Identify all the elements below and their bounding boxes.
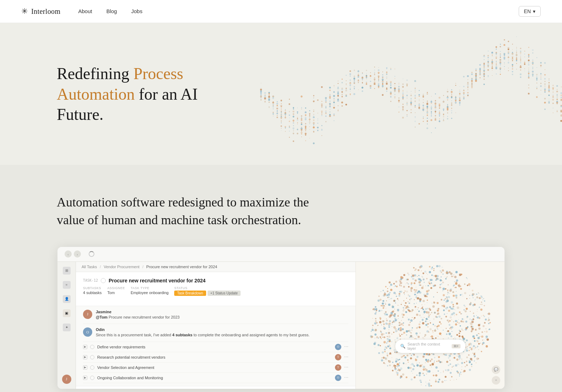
svg-point-1246: [384, 341, 386, 343]
logo-text: Interloom: [31, 7, 60, 16]
svg-point-1166: [384, 336, 385, 338]
nav-link-blog[interactable]: Blog: [106, 8, 117, 14]
svg-point-211: [321, 129, 323, 131]
svg-point-251: [334, 120, 334, 121]
svg-point-480: [407, 115, 407, 115]
svg-point-244: [334, 100, 335, 100]
subtask-action-2[interactable]: ⋯: [344, 354, 348, 360]
svg-point-2237: [486, 345, 487, 347]
svg-point-2227: [431, 335, 433, 337]
svg-point-2026: [413, 319, 414, 320]
svg-point-354: [370, 78, 371, 78]
svg-point-603: [443, 119, 444, 120]
svg-point-555: [431, 103, 432, 104]
svg-point-1904: [427, 299, 428, 301]
svg-point-642: [455, 103, 456, 104]
svg-point-224: [329, 87, 331, 88]
svg-point-449: [398, 106, 400, 107]
subtask-expand-4[interactable]: ▶: [83, 376, 87, 380]
svg-point-1667: [400, 291, 402, 293]
svg-point-547: [427, 118, 428, 119]
language-selector[interactable]: EN ▾: [519, 6, 541, 17]
svg-point-2198: [481, 302, 482, 303]
svg-point-1310: [466, 308, 468, 310]
subtask-action-3[interactable]: ⋯: [344, 365, 348, 370]
svg-point-2112: [433, 375, 435, 376]
subtask-check-4[interactable]: [90, 376, 94, 380]
svg-point-1469: [388, 332, 390, 334]
svg-point-232: [329, 103, 331, 105]
odin-content: Odin Since this is a procurement task, I…: [96, 327, 348, 338]
back-button[interactable]: ‹: [65, 250, 72, 258]
svg-point-1641: [450, 316, 452, 318]
svg-point-181: [313, 111, 314, 112]
nav-link-about[interactable]: About: [78, 8, 92, 14]
sidebar-user-avatar[interactable]: J: [62, 375, 71, 384]
svg-point-1928: [386, 300, 387, 301]
subtask-check-3[interactable]: [90, 365, 94, 370]
svg-point-847: [516, 63, 517, 64]
svg-point-1194: [393, 332, 394, 333]
svg-point-282: [346, 88, 347, 89]
svg-point-1587: [463, 296, 463, 296]
svg-point-381: [379, 82, 379, 82]
svg-point-248: [333, 107, 335, 109]
svg-point-539: [426, 105, 428, 106]
sidebar-icon-active[interactable]: ▣: [63, 309, 71, 317]
subtask-expand-3[interactable]: ▶: [83, 365, 87, 370]
svg-point-291: [349, 79, 351, 81]
svg-point-2050: [459, 274, 462, 276]
context-search[interactable]: 🔍 Search the context layer ⌘F: [395, 339, 466, 353]
svg-point-738: [484, 84, 485, 85]
svg-point-1437: [437, 310, 439, 312]
svg-point-1802: [470, 343, 472, 344]
svg-point-1584: [470, 360, 471, 360]
svg-point-236: [330, 111, 331, 112]
svg-point-1921: [462, 337, 464, 338]
forward-button[interactable]: ›: [74, 250, 81, 258]
subtask-action-4[interactable]: ⋯: [344, 375, 348, 380]
subtask-check-2[interactable]: [90, 355, 94, 359]
sidebar-icon-home[interactable]: ⊞: [63, 267, 71, 275]
svg-point-1114: [440, 278, 440, 279]
logo[interactable]: ✳ Interloom: [21, 7, 60, 16]
svg-point-1684: [447, 276, 448, 277]
svg-point-639: [455, 100, 456, 101]
svg-point-1591: [435, 374, 437, 376]
svg-point-1911: [409, 303, 410, 304]
subtask-action-1[interactable]: ⋯: [344, 344, 348, 349]
subtask-expand-2[interactable]: ▶: [83, 355, 87, 359]
svg-point-493: [414, 80, 416, 82]
svg-point-1213: [435, 337, 436, 339]
svg-point-1699: [448, 285, 448, 285]
svg-point-1687: [437, 336, 437, 336]
svg-point-1384: [408, 330, 411, 332]
svg-point-1902: [461, 329, 462, 330]
svg-point-132: [301, 95, 302, 97]
panel-icon-chat[interactable]: 💬: [492, 365, 500, 374]
svg-point-984: [560, 92, 562, 94]
svg-point-1800: [436, 265, 438, 267]
svg-point-1179: [448, 357, 450, 359]
svg-point-1986: [426, 311, 428, 314]
svg-point-937: [544, 90, 545, 91]
svg-point-1863: [455, 287, 457, 288]
task-checkbox[interactable]: [101, 278, 106, 283]
svg-point-410: [386, 83, 388, 85]
subtask-expand-1[interactable]: ▶: [83, 345, 87, 349]
svg-point-2201: [435, 381, 437, 382]
subtask-name-4: Ongoing Collaboration and Monitoring: [97, 376, 332, 380]
svg-point-1178: [457, 322, 458, 323]
svg-point-446: [398, 98, 400, 99]
panel-icon-zoom[interactable]: +: [492, 376, 500, 385]
sidebar-icon-tasks[interactable]: ≡: [63, 281, 71, 289]
nav-link-jobs[interactable]: Jobs: [131, 8, 143, 14]
svg-point-2210: [443, 353, 445, 355]
svg-point-776: [496, 64, 497, 65]
sidebar-icon-settings[interactable]: ✦: [63, 324, 71, 331]
subtask-check-1[interactable]: [90, 345, 94, 349]
svg-point-1608: [479, 338, 479, 339]
svg-point-2203: [463, 370, 465, 372]
sidebar-icon-people[interactable]: 👤: [63, 295, 71, 303]
svg-point-333: [362, 86, 363, 87]
